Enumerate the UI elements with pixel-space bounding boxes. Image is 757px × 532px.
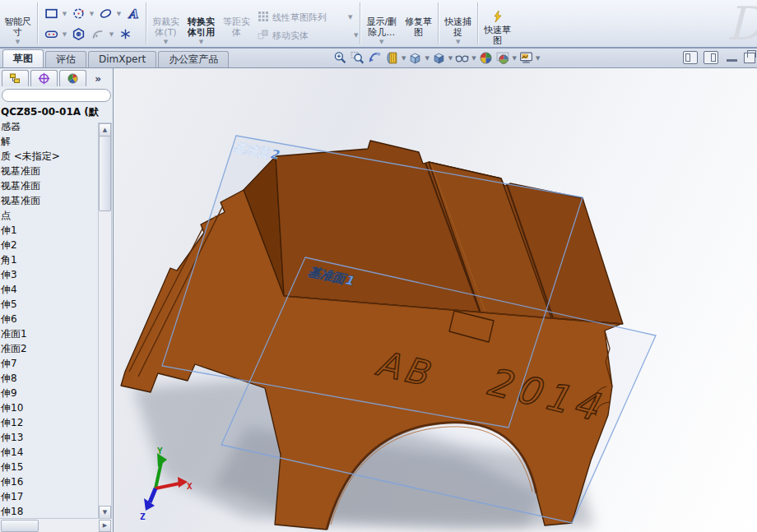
tab-sketch[interactable]: 草图 bbox=[2, 49, 44, 67]
polygon-icon[interactable] bbox=[68, 25, 88, 44]
horizontal-scroll-thumb[interactable] bbox=[1, 520, 39, 532]
chevron-down-icon[interactable]: ▼ bbox=[16, 39, 20, 46]
chevron-down-icon[interactable]: ▼ bbox=[61, 31, 68, 38]
chevron-down-icon[interactable]: ▼ bbox=[61, 11, 68, 17]
tree-item-front-plane[interactable]: 视基准面 bbox=[0, 164, 99, 178]
chevron-down-icon[interactable]: ▼ bbox=[379, 39, 383, 46]
fillet-icon[interactable] bbox=[88, 25, 108, 44]
tree-item-plane2[interactable]: 准面2 bbox=[0, 341, 99, 356]
hide-show-items-icon[interactable] bbox=[455, 51, 469, 65]
circle-icon[interactable] bbox=[68, 4, 88, 24]
scroll-right-icon[interactable]: ▶ bbox=[99, 520, 111, 532]
property-manager-tab[interactable] bbox=[30, 70, 58, 86]
chevron-down-icon[interactable]: ▼ bbox=[115, 11, 123, 17]
quick-snaps-button[interactable]: 快速捕 捉 ▼ bbox=[440, 0, 476, 47]
tree-item-extrude6[interactable]: 伸6 bbox=[0, 312, 99, 326]
tree-item-right-plane[interactable]: 视基准面 bbox=[0, 193, 99, 208]
tab-evaluate[interactable]: 评估 bbox=[45, 51, 86, 67]
tree-item-extrude12[interactable]: 伸12 bbox=[0, 415, 99, 430]
minimize-icon[interactable] bbox=[727, 59, 737, 62]
chevron-down-icon[interactable]: ▼ bbox=[471, 55, 476, 62]
pane-left-icon[interactable] bbox=[683, 51, 698, 64]
tree-item-extrude18[interactable]: 伸18 bbox=[0, 504, 99, 518]
tree-item-extrude7[interactable]: 伸7 bbox=[0, 356, 99, 371]
tree-horizontal-scrollbar[interactable]: ▶ bbox=[0, 518, 112, 532]
chevron-down-icon[interactable]: ▼ bbox=[354, 32, 358, 39]
text-icon[interactable]: A bbox=[123, 4, 142, 24]
tree-item-material[interactable]: 质 <未指定> bbox=[0, 149, 99, 164]
solidworks-window: { "window": { "watermark": "D" }, "toolb… bbox=[0, 0, 757, 532]
tree-item-extrude15[interactable]: 伸15 bbox=[0, 460, 99, 474]
chevron-down-icon[interactable]: ▼ bbox=[536, 55, 540, 62]
tree-filter-input[interactable] bbox=[2, 89, 111, 102]
apply-scene-icon[interactable] bbox=[496, 51, 510, 65]
repair-sketch-button[interactable]: 修复草 图 ▼ bbox=[401, 0, 436, 47]
chevron-down-icon[interactable]: ▼ bbox=[164, 39, 168, 46]
tree-item-sensors[interactable]: 感器 bbox=[0, 119, 99, 134]
panel-expand-chevron[interactable]: » bbox=[95, 73, 101, 85]
chevron-down-icon[interactable]: ▼ bbox=[448, 55, 453, 62]
toolbar-separator bbox=[146, 2, 146, 44]
chevron-down-icon[interactable]: ▼ bbox=[402, 55, 406, 62]
move-entities-button[interactable]: 移动实体 ▼ bbox=[254, 26, 358, 44]
rectangle-icon[interactable] bbox=[41, 4, 61, 24]
brand-watermark: D bbox=[727, 0, 757, 50]
tree-item-extrude2[interactable]: 伸2 bbox=[0, 238, 99, 252]
tree-item-extrude8[interactable]: 伸8 bbox=[0, 371, 99, 386]
restore-icon[interactable] bbox=[744, 53, 755, 63]
tree-item-extrude4[interactable]: 伸4 bbox=[0, 282, 99, 297]
tree-item-plane1[interactable]: 准面1 bbox=[0, 326, 99, 341]
scroll-up-icon[interactable]: ▲ bbox=[99, 123, 111, 136]
display-delete-relations-button[interactable]: 显示/删 除几... ▼ bbox=[362, 0, 401, 47]
graphics-viewport[interactable]: AB 2014 基准面2 基准面1 Y X Z bbox=[114, 68, 757, 532]
tree-root-item[interactable]: QCZ85-00-01A (默认<< bbox=[0, 104, 99, 119]
feature-tree-tab[interactable] bbox=[2, 70, 29, 86]
linear-pattern-button[interactable]: 线性草图阵列 ▼ bbox=[254, 8, 358, 26]
tree-item-origin[interactable]: 点 bbox=[0, 208, 99, 223]
trim-entities-button[interactable]: 剪裁实 体(T) ▼ bbox=[148, 0, 183, 47]
tree-item-extrude17[interactable]: 伸17 bbox=[0, 489, 99, 504]
tab-dimxpert[interactable]: DimXpert bbox=[88, 51, 156, 67]
tree-item-extrude9[interactable]: 伸9 bbox=[0, 386, 99, 400]
chevron-down-icon[interactable]: ▼ bbox=[88, 11, 95, 17]
chevron-down-icon[interactable]: ▼ bbox=[108, 31, 115, 38]
tree-item-top-plane[interactable]: 视基准面 bbox=[0, 178, 99, 193]
scroll-down-icon[interactable]: ▼ bbox=[99, 506, 111, 519]
chevron-down-icon[interactable]: ▼ bbox=[456, 39, 460, 46]
tree-item-extrude5[interactable]: 伸5 bbox=[0, 297, 99, 312]
tree-item-extrude14[interactable]: 伸14 bbox=[0, 445, 99, 460]
tree-item-extrude1[interactable]: 伸1 bbox=[0, 223, 99, 238]
tree-item-extrude10[interactable]: 伸10 bbox=[0, 400, 99, 415]
zoom-area-icon[interactable] bbox=[351, 51, 365, 65]
chevron-down-icon[interactable]: ▼ bbox=[199, 39, 203, 46]
ellipse-icon[interactable] bbox=[95, 4, 115, 24]
point-icon[interactable] bbox=[115, 25, 135, 44]
pane-right-icon[interactable] bbox=[704, 51, 718, 64]
feature-manager-panel: » QCZ85-00-01A (默认<< 感器 解 质 <未指定> 视基准面 视… bbox=[0, 68, 114, 532]
edit-appearance-icon[interactable] bbox=[479, 51, 493, 65]
tree-item-fillet1[interactable]: 角1 bbox=[0, 252, 99, 267]
chevron-down-icon[interactable]: ▼ bbox=[425, 55, 429, 62]
chevron-down-icon[interactable]: ▼ bbox=[513, 55, 517, 62]
tree-item-extrude13[interactable]: 伸13 bbox=[0, 430, 99, 445]
tree-item-extrude3[interactable]: 伸3 bbox=[0, 267, 99, 282]
vertical-scroll-thumb[interactable] bbox=[99, 136, 111, 211]
chevron-down-icon[interactable]: ▼ bbox=[348, 14, 352, 21]
smart-dimension-button[interactable]: 智能尺 寸 ▼ bbox=[0, 0, 35, 47]
tab-office-products[interactable]: 办公室产品 bbox=[158, 51, 229, 67]
tree-item-annotations[interactable]: 解 bbox=[0, 134, 99, 149]
configuration-tab[interactable] bbox=[59, 70, 86, 86]
convert-entities-button[interactable]: 转换实 体引用 ▼ bbox=[183, 0, 219, 47]
rapid-sketch-button[interactable]: 快速草 图 bbox=[480, 0, 515, 47]
smart-dimension-label: 智能尺 bbox=[4, 16, 31, 27]
tree-vertical-scrollbar[interactable]: ▲ ▼ bbox=[98, 123, 112, 520]
display-style-icon[interactable] bbox=[432, 51, 446, 65]
previous-view-icon[interactable] bbox=[368, 51, 382, 65]
view-settings-icon[interactable] bbox=[519, 51, 533, 65]
slot-icon[interactable] bbox=[41, 25, 61, 44]
section-view-icon[interactable] bbox=[385, 51, 399, 65]
offset-entities-button[interactable]: 等距实 体 ▼ bbox=[219, 0, 254, 47]
tree-item-extrude16[interactable]: 伸16 bbox=[0, 474, 99, 489]
view-orientation-icon[interactable] bbox=[408, 51, 422, 65]
zoom-fit-icon[interactable] bbox=[333, 51, 347, 65]
